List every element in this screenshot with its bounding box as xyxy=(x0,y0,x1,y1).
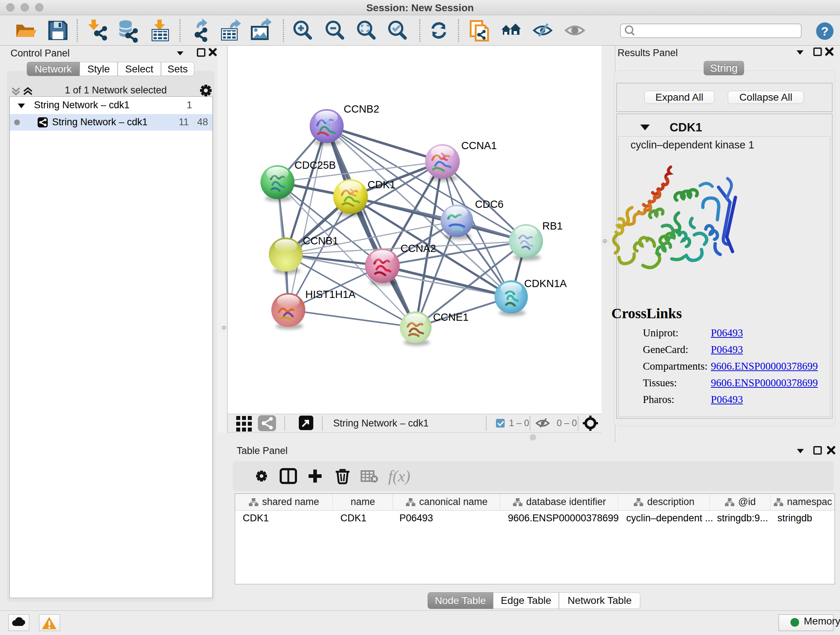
svg-text:f(x): f(x) xyxy=(388,467,410,485)
svg-text:CCNB2: CCNB2 xyxy=(344,103,379,115)
svg-text:CCNA1: CCNA1 xyxy=(461,140,497,151)
svg-text:CCNB1: CCNB1 xyxy=(303,235,338,247)
svg-text:CDC25B: CDC25B xyxy=(294,159,336,171)
svg-text:CDC6: CDC6 xyxy=(475,198,504,210)
svg-text:RB1: RB1 xyxy=(542,220,562,232)
svg-text:?: ? xyxy=(821,24,829,38)
svg-text:0 – 0: 0 – 0 xyxy=(557,418,577,428)
svg-text:1 – 0: 1 – 0 xyxy=(509,418,529,428)
svg-text:CDK1: CDK1 xyxy=(368,179,395,190)
svg-text:CCNE1: CCNE1 xyxy=(433,311,469,323)
svg-text:HIST1H1A: HIST1H1A xyxy=(305,288,355,300)
svg-text:CCNA2: CCNA2 xyxy=(401,242,436,254)
svg-text:String Network – cdk1: String Network – cdk1 xyxy=(333,418,429,429)
svg-text:CDKN1A: CDKN1A xyxy=(524,278,567,289)
